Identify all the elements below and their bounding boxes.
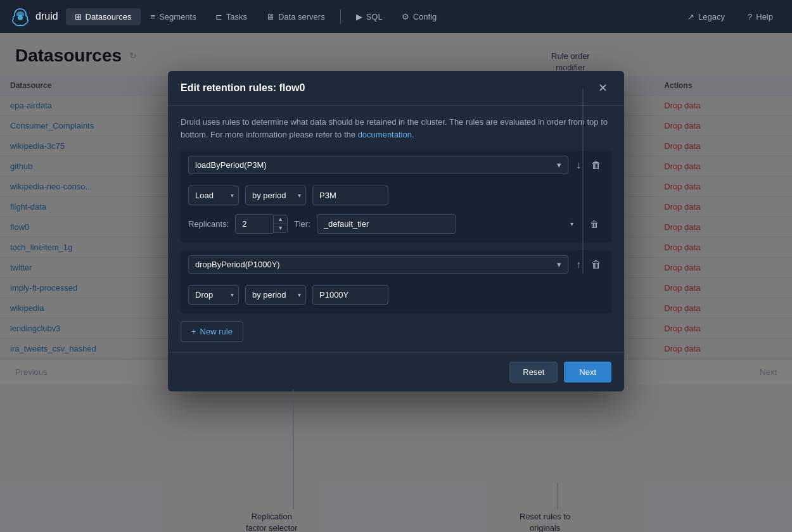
sql-icon: ▶ — [356, 12, 362, 22]
tier-select[interactable]: _default_tier — [317, 214, 456, 234]
dialog-body: Druid uses rules to determine what data … — [168, 106, 624, 352]
navbar: druid ⊞ Datasources ≡ Segments ⊏ Tasks 🖥… — [0, 0, 792, 33]
next-button[interactable]: Next — [564, 362, 611, 383]
config-icon: ⚙ — [402, 12, 409, 22]
new-rule-button[interactable]: + New rule — [181, 321, 243, 342]
rule-2-period-type-select[interactable]: by period by interval forever — [245, 285, 306, 305]
replicants-input[interactable] — [235, 214, 273, 234]
tier-label: Tier: — [294, 219, 310, 229]
datasources-icon: ⊞ — [75, 12, 82, 22]
rule-1-dropdown-arrow: ▾ — [557, 160, 561, 170]
replicants-arrows: ▲ ▼ — [273, 215, 288, 233]
rule-1-period-type-select[interactable]: by period by interval forever — [245, 186, 306, 205]
rule-1-delete-btn[interactable]: 🗑 — [589, 157, 604, 174]
rule-2-move-up-btn[interactable]: ↑ — [573, 256, 584, 273]
nav-item-segments[interactable]: ≡ Segments — [142, 8, 205, 25]
rule-2-action-select[interactable]: Drop Load — [188, 285, 239, 305]
retention-rules-dialog: Edit retention rules: flow0 ✕ Druid uses… — [168, 71, 624, 391]
nav-item-help[interactable]: ? Help — [739, 8, 782, 25]
replicants-row: Replicants: ▲ ▼ Tier: _d — [181, 214, 611, 243]
reset-button[interactable]: Reset — [509, 362, 558, 383]
replicants-input-group: ▲ ▼ — [235, 214, 288, 234]
rule-2-content: Drop Load by period by interval forever — [181, 279, 611, 314]
rule-1-header: loadByPeriod(P3M) ▾ ↓ 🗑 — [181, 151, 611, 179]
rule-1-period-type-wrapper: by period by interval forever — [245, 186, 306, 205]
rule-2-period-input[interactable] — [312, 285, 388, 305]
rule-1-title-select[interactable]: loadByPeriod(P3M) ▾ — [188, 156, 568, 174]
nav-items: ⊞ Datasources ≡ Segments ⊏ Tasks 🖥 Data … — [66, 8, 679, 25]
nav-divider — [340, 9, 341, 24]
rule-2-dropdown-arrow: ▾ — [557, 260, 561, 269]
modal-overlay: Edit retention rules: flow0 ✕ Druid uses… — [0, 33, 792, 532]
rule-2-title-select[interactable]: dropByPeriod(P1000Y) ▾ — [188, 255, 568, 274]
documentation-link[interactable]: documentation — [358, 130, 412, 139]
dialog-header: Edit retention rules: flow0 ✕ — [168, 71, 624, 106]
replicants-increment-btn[interactable]: ▲ — [274, 215, 287, 224]
svg-point-0 — [18, 15, 23, 20]
rule-1-content: Load Drop by period by interval forever — [181, 179, 611, 214]
replicants-label: Replicants: — [188, 219, 229, 229]
rule-block-2: dropByPeriod(P1000Y) ▾ ↑ 🗑 Drop Loa — [181, 250, 611, 314]
rule-1-period-input[interactable] — [312, 186, 388, 205]
tasks-icon: ⊏ — [215, 12, 222, 22]
nav-right: ↗ Legacy ? Help — [679, 8, 782, 25]
close-dialog-button[interactable]: ✕ — [594, 81, 611, 95]
rule-2-action-wrapper: Drop Load — [188, 285, 239, 305]
app-logo[interactable]: druid — [10, 6, 58, 27]
segments-icon: ≡ — [151, 12, 156, 22]
nav-item-legacy[interactable]: ↗ Legacy — [679, 8, 734, 25]
rule-1-move-down-btn[interactable]: ↓ — [573, 157, 584, 174]
rule-2-header: dropByPeriod(P1000Y) ▾ ↑ 🗑 — [181, 250, 611, 279]
rule-1-actions: ↓ 🗑 — [573, 157, 604, 174]
nav-item-data-servers[interactable]: 🖥 Data servers — [257, 8, 334, 25]
nav-item-sql[interactable]: ▶ SQL — [347, 8, 392, 25]
dialog-description: Druid uses rules to determine what data … — [181, 116, 611, 141]
replicants-delete-btn[interactable]: 🗑 — [585, 215, 604, 233]
nav-item-datasources[interactable]: ⊞ Datasources — [66, 8, 141, 25]
rule-1-action-select[interactable]: Load Drop — [188, 186, 239, 205]
plus-icon: + — [191, 327, 196, 336]
rule-block-1: loadByPeriod(P3M) ▾ ↓ 🗑 Load Drop — [181, 151, 611, 243]
nav-item-config[interactable]: ⚙ Config — [393, 8, 446, 25]
druid-logo-icon — [10, 6, 30, 27]
replicants-decrement-btn[interactable]: ▼ — [274, 224, 287, 232]
tier-select-wrapper: _default_tier — [317, 214, 578, 234]
rule-1-action-wrapper: Load Drop — [188, 186, 239, 205]
main-content: Datasources ↻ Datasource Availability n … — [0, 33, 792, 532]
data-servers-icon: 🖥 — [266, 12, 274, 22]
rule-2-delete-btn[interactable]: 🗑 — [589, 256, 604, 273]
dialog-title: Edit retention rules: flow0 — [181, 82, 305, 94]
external-link-icon: ↗ — [687, 12, 694, 22]
rule-2-period-type-wrapper: by period by interval forever — [245, 285, 306, 305]
help-icon: ? — [748, 12, 752, 22]
dialog-footer: Reset Next — [168, 352, 624, 391]
rule-2-actions: ↑ 🗑 — [573, 256, 604, 273]
nav-item-tasks[interactable]: ⊏ Tasks — [207, 8, 256, 25]
